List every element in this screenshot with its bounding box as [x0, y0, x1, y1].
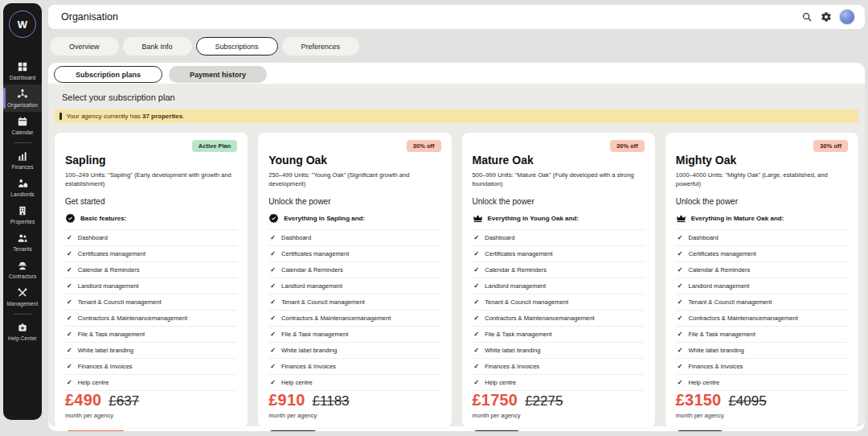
subtab-payment-history[interactable]: Payment history — [169, 66, 267, 83]
sidebar-item-tenants[interactable]: Tenants — [3, 228, 42, 256]
feature-label: Tenant & Council management — [688, 298, 772, 306]
feature-item: ✓Certificates management — [473, 245, 645, 261]
feature-label: White label branding — [281, 347, 337, 354]
feature-label: File & Task management — [78, 331, 145, 338]
tab-overview[interactable]: Overview — [50, 37, 119, 56]
tab-subscriptions[interactable]: Subscriptions — [196, 37, 278, 56]
sidebar-item-management[interactable]: Management — [3, 283, 42, 311]
feature-label: Help centre — [688, 379, 719, 386]
plan-feature-header: Everything in Mature Oak and: — [676, 213, 848, 224]
feature-item: ✓Help centre — [65, 374, 237, 391]
check-icon: ✓ — [270, 234, 276, 241]
sidebar-item-organisation[interactable]: Organisation — [3, 84, 42, 112]
feature-label: File & Task management — [281, 331, 348, 338]
check-icon: ✓ — [474, 379, 480, 386]
sidebar-item-help-center[interactable]: Help Center — [3, 318, 42, 345]
upgrade-button[interactable]: Upgrade — [473, 430, 521, 431]
feature-item: ✓Finances & Invoices — [65, 358, 237, 374]
check-icon: ✓ — [678, 315, 683, 322]
upgrade-button[interactable]: Upgrade — [268, 430, 317, 431]
feature-item: ✓White label branding — [65, 342, 237, 358]
feature-label: Dashboard — [78, 234, 108, 241]
page-title: Organisation — [61, 11, 118, 23]
feature-item: ✓Calendar & Reminders — [676, 261, 848, 278]
sidebar: W DashboardOrganisationCalendarFinancesL… — [3, 3, 42, 420]
sidebar-item-label: Contractors — [9, 274, 37, 279]
check-icon: ✓ — [678, 266, 683, 274]
feature-label: Help centre — [485, 379, 516, 386]
gear-icon[interactable] — [820, 11, 832, 23]
plan-price-row: £910 £1183 — [268, 391, 440, 409]
feature-item: ✓Dashboard — [268, 229, 440, 245]
check-icon: ✓ — [67, 363, 72, 370]
feature-label: Certificates management — [485, 250, 552, 257]
tab-bank-info[interactable]: Bank Info — [123, 37, 192, 56]
check-icon: ✓ — [678, 282, 683, 290]
cancel-plan-button[interactable]: Cancel plan — [65, 430, 126, 431]
sidebar-divider — [14, 314, 31, 315]
feature-item: ✓White label branding — [676, 342, 848, 358]
plan-selection-area: Select your subscription plan Your agenc… — [48, 84, 865, 426]
sidebar-item-dashboard[interactable]: Dashboard — [3, 57, 42, 84]
tenants-icon — [17, 232, 28, 244]
subtab-subscription-plans[interactable]: Subscription plans — [54, 66, 162, 83]
check-icon: ✓ — [474, 315, 480, 322]
sidebar-item-landlords[interactable]: Landlords — [3, 174, 42, 201]
feature-label: File & Task management — [485, 331, 551, 338]
plan-feature-list: ✓Dashboard✓Certificates management✓Calen… — [268, 229, 440, 391]
sidebar-item-properties[interactable]: Properties — [3, 201, 42, 228]
feature-label: File & Task management — [688, 331, 755, 338]
sidebar-item-calendar[interactable]: Calendar — [3, 112, 42, 139]
plan-price: £490 — [65, 391, 101, 409]
sidebar-item-contractors[interactable]: Contractors — [3, 256, 42, 283]
feature-item: ✓Dashboard — [473, 229, 645, 245]
check-icon: ✓ — [67, 298, 72, 306]
feature-item: ✓Contractors & Maintenancemanagement — [473, 310, 645, 326]
sidebar-item-label: Landlords — [10, 191, 34, 197]
feature-label: Landlord management — [485, 282, 546, 290]
plan-feature-list: ✓Dashboard✓Certificates management✓Calen… — [473, 229, 645, 391]
feature-item: ✓Finances & Invoices — [268, 358, 440, 374]
feature-label: Contractors & Maintenancemanagement — [281, 315, 391, 322]
plan-card-mature-oak: 30% off Mature Oak 500–999 Units: "Matur… — [462, 133, 655, 428]
check-icon: ✓ — [67, 347, 72, 354]
check-icon: ✓ — [474, 250, 480, 257]
plan-old-price: £1183 — [313, 393, 350, 409]
feature-label: Tenant & Council management — [485, 298, 568, 306]
upgrade-button[interactable]: Upgrade — [676, 430, 724, 431]
calendar-icon — [17, 116, 28, 127]
check-icon: ✓ — [474, 282, 480, 290]
feature-item: ✓Landlord management — [473, 278, 645, 294]
plan-price: £910 — [268, 391, 305, 409]
plan-price-period: month per agency — [65, 412, 237, 419]
feature-item: ✓Dashboard — [65, 229, 237, 245]
plan-description: 500–999 Units: "Mature Oak" (Fully devel… — [473, 171, 645, 188]
tab-preferences[interactable]: Preferences — [282, 37, 360, 56]
sidebar-item-label: Organisation — [7, 102, 38, 108]
user-avatar[interactable] — [839, 9, 855, 25]
feature-label: Calendar & Reminders — [281, 266, 343, 274]
feature-item: ✓Tenant & Council management — [473, 294, 645, 310]
plan-title: Sapling — [65, 154, 237, 167]
check-icon: ✓ — [270, 266, 276, 274]
search-icon[interactable] — [800, 11, 813, 23]
sidebar-item-label: Management — [7, 301, 39, 306]
check-icon: ✓ — [270, 282, 276, 290]
contractors-icon — [17, 260, 28, 271]
discount-badge: 30% off — [407, 140, 441, 152]
crown-icon — [473, 213, 483, 224]
plan-old-price: £2275 — [525, 393, 563, 409]
check-icon: ✓ — [67, 250, 72, 257]
feature-item: ✓Dashboard — [676, 229, 848, 245]
check-icon: ✓ — [67, 266, 72, 274]
sidebar-item-finances[interactable]: Finances — [3, 146, 42, 174]
sidebar-item-label: Dashboard — [10, 75, 36, 80]
check-icon: ✓ — [678, 331, 683, 338]
check-icon: ✓ — [474, 298, 480, 306]
plan-old-price: £637 — [108, 393, 139, 409]
feature-item: ✓Calendar & Reminders — [268, 261, 440, 278]
plan-cards-row: Active Plan Sapling 100–249 Units: "Sapl… — [55, 133, 858, 428]
plan-title: Mighty Oak — [676, 154, 848, 167]
feature-label: Help centre — [281, 379, 313, 386]
app-logo[interactable]: W — [9, 10, 36, 38]
